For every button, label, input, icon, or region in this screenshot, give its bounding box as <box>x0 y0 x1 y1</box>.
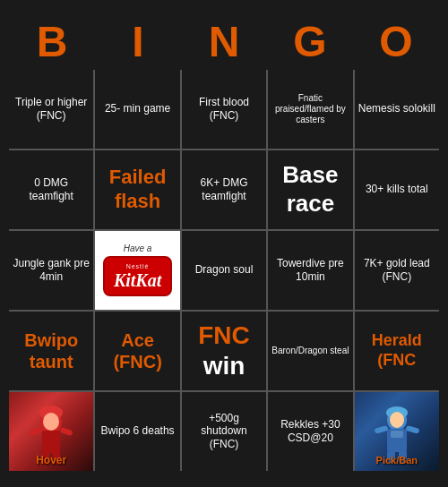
cell-3-0: Bwipo taunt <box>9 312 93 390</box>
svg-rect-1 <box>42 431 60 453</box>
bingo-grid: Triple or higher (FNC) 25- min game Firs… <box>9 70 439 471</box>
title-g: G <box>270 17 350 66</box>
cell-2-2: Dragon soul <box>182 231 266 310</box>
svg-rect-11 <box>405 425 419 434</box>
cell-0-3: Fnatic praised/flamed by casters <box>268 70 352 149</box>
svg-point-15 <box>390 412 404 428</box>
cell-1-2: 6K+ DMG teamfight <box>182 150 266 229</box>
cell-4-2: +500g shutdown (FNC) <box>182 392 266 471</box>
kitkat-logo: Nestlé KitKat <box>103 256 172 295</box>
svg-point-7 <box>43 413 59 431</box>
cell-3-4: Herald (FNC <box>355 312 439 390</box>
win-text: win <box>203 351 246 381</box>
cell-1-1: Failed flash <box>95 150 179 229</box>
cell-2-4: 7K+ gold lead (FNC) <box>355 231 439 310</box>
title-n: N <box>184 17 264 66</box>
cell-1-0: 0 DMG teamfight <box>9 150 93 229</box>
bingo-card: B I N G O Triple or higher (FNC) 25- min… <box>4 13 444 475</box>
cell-0-0: Triple or higher (FNC) <box>9 70 93 149</box>
cell-2-3: Towerdive pre 10min <box>268 231 352 310</box>
cell-0-2: First blood (FNC) <box>182 70 266 149</box>
cell-1-3: Base race <box>268 150 352 229</box>
cell-1-4: 30+ kills total <box>355 150 439 229</box>
cell-0-1: 25- min game <box>95 70 179 149</box>
kitkat-have-a: Have a <box>124 244 152 254</box>
title-b: B <box>12 17 92 66</box>
pickban-character-image: Pick/Ban <box>355 392 439 471</box>
svg-rect-3 <box>60 426 73 435</box>
svg-rect-2 <box>30 426 43 435</box>
hover-label: Hover <box>36 454 66 466</box>
pickban-label: Pick/Ban <box>376 455 418 466</box>
kitkat-name-text: KitKat <box>114 271 161 289</box>
fnc-win-container: FNC win <box>198 320 250 380</box>
cell-4-0: Hover <box>9 392 93 471</box>
cell-0-4: Nemesis solokill <box>355 70 439 149</box>
title-i: I <box>98 17 178 66</box>
kitkat-container: Have a Nestlé KitKat <box>103 244 172 295</box>
title-o: O <box>356 17 436 66</box>
hover-character-image: Hover <box>9 392 93 471</box>
svg-rect-10 <box>374 425 388 434</box>
fnc-text: FNC <box>198 320 250 351</box>
cell-4-4: Pick/Ban <box>355 392 439 471</box>
cell-3-3: Baron/Dragon steal <box>268 312 352 390</box>
cell-2-0: Jungle gank pre 4min <box>9 231 93 310</box>
cell-4-1: Bwipo 6 deaths <box>95 392 179 471</box>
cell-3-2: FNC win <box>182 312 266 390</box>
svg-rect-16 <box>391 431 403 438</box>
cell-4-3: Rekkles +30 CSD@20 <box>268 392 352 471</box>
bingo-title: B I N G O <box>9 17 439 66</box>
cell-3-1: Ace (FNC) <box>95 312 179 390</box>
cell-2-1-free: Have a Nestlé KitKat <box>95 231 179 310</box>
